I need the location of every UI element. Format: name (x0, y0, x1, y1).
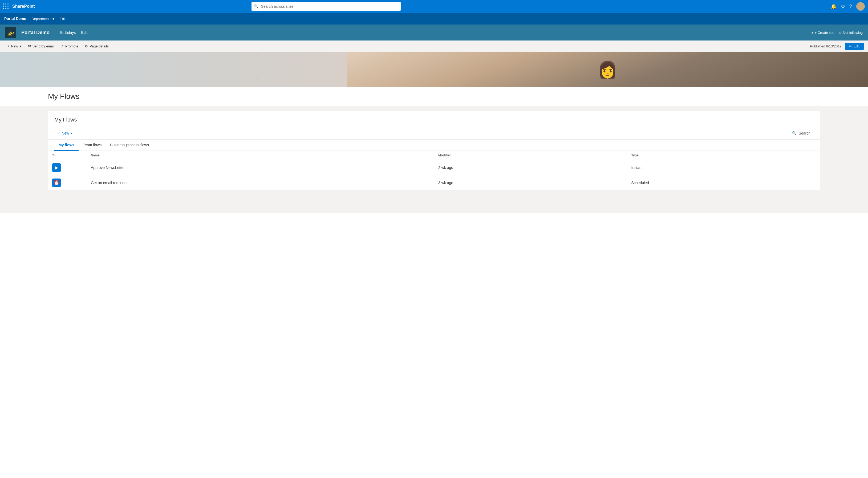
flows-section: My Flows + New ▾ 🔍 Search My flows Team … (48, 111, 820, 190)
flows-new-button[interactable]: + New ▾ (54, 129, 75, 137)
edit-icon: ✏ (849, 44, 852, 48)
flow-type-cell: Instant (627, 160, 820, 175)
flow-name-cell[interactable]: Get an email reminder (87, 175, 434, 190)
action-bar: + New ▾ ✉ Send by email ↗ Promote ⚙ Page… (0, 40, 868, 52)
promote-button[interactable]: ↗ Promote (58, 40, 82, 52)
chevron-down-icon: ▾ (20, 44, 22, 48)
create-site-label: + Create site (814, 31, 834, 35)
site-header-nav: Birthdays Edit (60, 30, 87, 35)
main-content: My Flows + New ▾ 🔍 Search My flows Team … (0, 106, 868, 213)
new-label: New (11, 44, 18, 48)
search-label: Search (799, 131, 810, 136)
page-details-icon: ⚙ (85, 44, 88, 48)
new-button[interactable]: + New ▾ (4, 40, 25, 52)
tab-my-flows[interactable]: My flows (54, 140, 79, 151)
flow-icon-cell: ▶ (48, 160, 87, 175)
plus-icon: + (811, 31, 814, 35)
settings-icon[interactable]: ⚙ (841, 3, 845, 9)
flow-modified-cell: 2 wk ago (434, 160, 627, 175)
departments-label: Departments (31, 17, 51, 21)
page-title-area: My Flows (0, 87, 868, 106)
app-name[interactable]: SharePoint (12, 4, 35, 9)
col-header-icon: ⇅ (48, 151, 87, 160)
site-logo-icon: 🚁 (7, 29, 14, 36)
top-nav: SharePoint 🔍 🔔 ⚙ ? (0, 0, 868, 13)
site-header-right: + + Create site ☆ Not following (811, 31, 863, 35)
flow-type-cell: Scheduled (627, 175, 820, 190)
col-header-name[interactable]: Name (87, 151, 434, 160)
plus-icon: + (58, 131, 60, 136)
table-row[interactable]: ▶ Approve NewsLetter 2 wk ago Instant (48, 160, 820, 175)
edit-page-button[interactable]: ✏ Edit (845, 42, 864, 50)
flow-name-cell[interactable]: Approve NewsLetter (87, 160, 434, 175)
search-input[interactable] (251, 2, 401, 11)
star-icon: ☆ (839, 31, 842, 35)
page-main-title: My Flows (48, 92, 820, 101)
action-bar-left: + New ▾ ✉ Send by email ↗ Promote ⚙ Page… (4, 40, 112, 52)
search-icon: 🔍 (254, 4, 259, 8)
waffle-icon[interactable] (3, 3, 9, 9)
page-details-button[interactable]: ⚙ Page details (82, 40, 112, 52)
sort-icon: ⇅ (52, 153, 55, 157)
col-header-type[interactable]: Type (627, 151, 820, 160)
site-logo: 🚁 (5, 27, 16, 38)
published-text: Published 8/13/2019 (810, 44, 842, 48)
flow-icon-cell: ⏰ (48, 175, 87, 190)
promote-icon: ↗ (61, 44, 64, 48)
col-header-modified[interactable]: Modified (434, 151, 627, 160)
send-by-email-label: Send by email (32, 44, 54, 48)
chevron-down-icon: ▾ (71, 131, 72, 135)
site-header: 🚁 Portal Demo Birthdays Edit + + Create … (0, 25, 868, 40)
top-nav-right: 🔔 ⚙ ? (831, 2, 865, 11)
promote-label: Promote (65, 44, 78, 48)
page-details-label: Page details (90, 44, 109, 48)
notifications-icon[interactable]: 🔔 (831, 3, 837, 9)
tab-team-flows[interactable]: Team flows (79, 140, 106, 151)
action-bar-right: Published 8/13/2019 ✏ Edit (810, 42, 864, 50)
avatar[interactable] (856, 2, 865, 11)
not-following-label: Not following (843, 31, 863, 35)
plus-icon: + (7, 44, 9, 48)
create-site-button[interactable]: + + Create site (811, 31, 834, 35)
suite-nav-site-name[interactable]: Portal Demo (4, 17, 26, 21)
search-bar: 🔍 (251, 2, 401, 11)
flows-new-label: New (62, 131, 69, 136)
flows-toolbar: + New ▾ 🔍 Search (48, 127, 820, 140)
suite-nav: Portal Demo Departments ▾ Edit (0, 13, 868, 25)
nav-birthdays[interactable]: Birthdays (60, 30, 76, 35)
send-by-email-button[interactable]: ✉ Send by email (25, 40, 58, 52)
tab-business-process-flows[interactable]: Business process flows (106, 140, 153, 151)
not-following-button[interactable]: ☆ Not following (839, 31, 863, 35)
flow-icon-clock: ⏰ (52, 179, 61, 187)
chevron-down-icon: ▾ (53, 17, 54, 21)
table-row[interactable]: ⏰ Get an email reminder 3 wk ago Schedul… (48, 175, 820, 190)
departments-nav-link[interactable]: Departments ▾ (31, 17, 54, 21)
suite-nav-edit-link[interactable]: Edit (60, 17, 66, 21)
flows-section-title: My Flows (48, 111, 820, 127)
email-icon: ✉ (28, 44, 31, 48)
flows-search[interactable]: 🔍 Search (789, 129, 814, 137)
flows-tabs: My flows Team flows Business process flo… (48, 140, 820, 151)
help-icon[interactable]: ? (849, 4, 852, 9)
edit-page-label: Edit (854, 44, 860, 48)
flow-modified-cell: 3 wk ago (434, 175, 627, 190)
flow-icon-sharepoint: ▶ (52, 163, 61, 172)
search-icon: 🔍 (792, 131, 797, 136)
site-title[interactable]: Portal Demo (21, 30, 50, 35)
hero-image: 👩 (0, 52, 868, 87)
flows-table: ⇅ Name Modified Type ▶ Approve NewsLette… (48, 151, 820, 190)
nav-edit[interactable]: Edit (81, 30, 87, 35)
